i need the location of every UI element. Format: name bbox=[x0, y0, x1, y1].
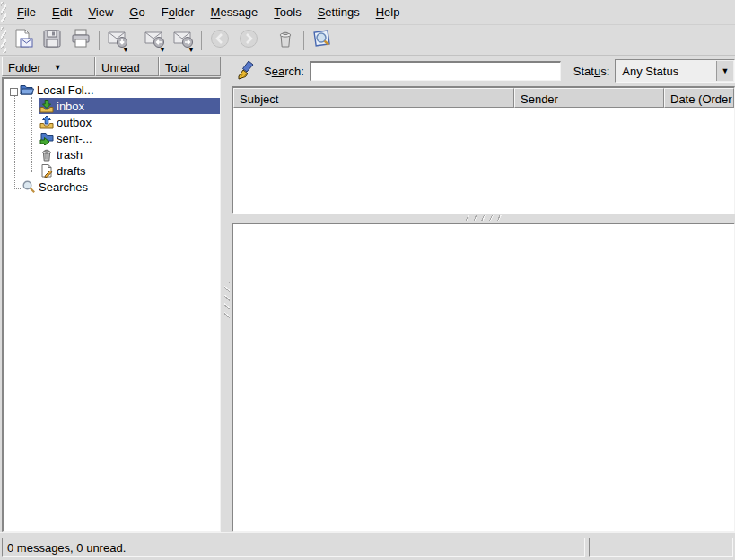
right-area: Search: Status: Any Status ▼ SubjectSend… bbox=[232, 56, 735, 532]
column-label: Sender bbox=[521, 92, 558, 106]
message-column-date[interactable]: Date (Order o bbox=[664, 88, 734, 108]
toolbar-separator bbox=[201, 31, 202, 50]
next-message-button bbox=[235, 27, 262, 54]
reply-button[interactable]: ▼ bbox=[141, 27, 168, 54]
folder-tree-item-inbox[interactable]: inbox bbox=[4, 98, 220, 114]
reply-dropdown-arrow-icon[interactable]: ▼ bbox=[159, 47, 166, 54]
inbox-icon bbox=[39, 99, 54, 113]
row-body[interactable]: drafts bbox=[39, 162, 220, 179]
trash-icon bbox=[275, 28, 296, 52]
toolbar: ▼▼▼ bbox=[0, 25, 735, 56]
statusbar-message: 0 messages, 0 unread. bbox=[2, 538, 585, 557]
status-combobox[interactable]: Any Status ▼ bbox=[615, 59, 735, 83]
folder-label: trash bbox=[57, 148, 83, 162]
save-button[interactable] bbox=[39, 27, 66, 54]
folder-label: Local Fol... bbox=[37, 83, 94, 97]
print-icon bbox=[70, 28, 92, 52]
find-messages-button[interactable] bbox=[309, 27, 336, 54]
menubar-grip[interactable] bbox=[1, 2, 6, 22]
forward-dropdown-arrow-icon[interactable]: ▼ bbox=[188, 47, 195, 54]
folder-tree-item-searches[interactable]: Searches bbox=[4, 179, 220, 195]
check-mail-button[interactable]: ▼ bbox=[104, 27, 131, 54]
vertical-splitter[interactable] bbox=[223, 56, 232, 532]
status-combobox-value: Any Status bbox=[622, 65, 678, 78]
folder-label: drafts bbox=[57, 164, 86, 178]
previous-message-button bbox=[206, 27, 233, 54]
search-input[interactable] bbox=[310, 61, 561, 81]
save-icon bbox=[41, 28, 63, 52]
folder-label: inbox bbox=[57, 100, 84, 113]
check-mail-dropdown-arrow-icon[interactable]: ▼ bbox=[122, 47, 129, 54]
folder-tree: Local Fol...inboxoutboxsent-...trashdraf… bbox=[2, 77, 221, 532]
toolbar-separator bbox=[99, 31, 100, 50]
menu-item-help[interactable]: Help bbox=[368, 0, 408, 24]
menu-item-message[interactable]: Message bbox=[203, 0, 267, 24]
search-label: Search: bbox=[264, 65, 304, 78]
menu-item-go[interactable]: Go bbox=[121, 0, 153, 24]
statusbar-message-text: 0 messages, 0 unread. bbox=[7, 541, 126, 555]
message-preview-pane[interactable] bbox=[232, 223, 735, 532]
folder-panel: Folder▼UnreadTotal Local Fol...inboxoutb… bbox=[0, 56, 223, 532]
folder-column-folder[interactable]: Folder▼ bbox=[2, 57, 95, 76]
message-column-subject[interactable]: Subject bbox=[233, 88, 514, 108]
toolbar-separator bbox=[303, 31, 304, 50]
new-message-button[interactable] bbox=[10, 27, 37, 54]
menubar: FileEditViewGoFolderMessageToolsSettings… bbox=[0, 0, 735, 25]
row-body[interactable]: outbox bbox=[39, 114, 220, 130]
toolbar-separator bbox=[267, 31, 267, 50]
find-messages-icon bbox=[311, 28, 333, 52]
folder-column-total[interactable]: Total bbox=[159, 57, 221, 76]
outbox-icon bbox=[39, 115, 54, 129]
next-message-icon bbox=[238, 28, 259, 52]
tree-rows: Local Fol...inboxoutboxsent-...trashdraf… bbox=[4, 79, 220, 195]
combobox-arrow-icon[interactable]: ▼ bbox=[716, 61, 733, 81]
sent-icon bbox=[39, 131, 54, 145]
folder-column-header: Folder▼UnreadTotal bbox=[0, 56, 223, 77]
drafts-icon bbox=[39, 163, 54, 178]
column-label: Folder bbox=[8, 61, 41, 74]
row-body[interactable]: trash bbox=[39, 146, 220, 162]
trash-folder-icon bbox=[39, 147, 54, 162]
message-list-body[interactable] bbox=[233, 108, 734, 214]
folder-tree-item-localfol[interactable]: Local Fol... bbox=[4, 82, 220, 98]
message-list: SubjectSenderDate (Order o bbox=[232, 86, 735, 214]
trash-button[interactable] bbox=[272, 27, 299, 54]
print-button[interactable] bbox=[67, 27, 94, 54]
menu-item-edit[interactable]: Edit bbox=[44, 0, 80, 24]
statusbar: 0 messages, 0 unread. bbox=[0, 532, 735, 560]
row-body[interactable]: sent-... bbox=[39, 130, 220, 146]
forward-button[interactable]: ▼ bbox=[170, 27, 197, 54]
menu-item-folder[interactable]: Folder bbox=[153, 0, 203, 24]
message-column-sender[interactable]: Sender bbox=[514, 88, 664, 108]
vertical-splitter-handle[interactable] bbox=[224, 282, 230, 318]
menu-item-settings[interactable]: Settings bbox=[310, 0, 368, 24]
menu-item-file[interactable]: File bbox=[9, 0, 44, 24]
sort-arrow-icon: ▼ bbox=[54, 63, 62, 72]
selected-row-body[interactable]: inbox bbox=[39, 98, 220, 114]
column-label: Subject bbox=[240, 92, 278, 106]
folder-tree-item-trash[interactable]: trash bbox=[4, 146, 220, 162]
previous-message-icon bbox=[209, 28, 231, 52]
column-label: Unread bbox=[101, 61, 140, 74]
menu-item-tools[interactable]: Tools bbox=[266, 0, 309, 24]
quick-search-bar: Search: Status: Any Status ▼ bbox=[232, 56, 735, 86]
row-body[interactable]: Searches bbox=[22, 179, 220, 195]
folder-open-icon bbox=[20, 83, 34, 97]
folder-label: sent-... bbox=[57, 132, 92, 145]
folder-label: Searches bbox=[39, 180, 88, 194]
new-message-icon bbox=[13, 28, 34, 52]
status-label: Status: bbox=[573, 65, 609, 78]
folder-column-unread[interactable]: Unread bbox=[95, 57, 159, 76]
horizontal-splitter[interactable] bbox=[232, 214, 735, 223]
horizontal-splitter-handle[interactable] bbox=[465, 215, 503, 221]
folder-tree-item-drafts[interactable]: drafts bbox=[4, 162, 220, 179]
folder-tree-item-outbox[interactable]: outbox bbox=[4, 114, 220, 130]
searches-icon bbox=[22, 179, 36, 194]
toolbar-grip[interactable] bbox=[1, 27, 6, 53]
column-label: Date (Order o bbox=[670, 92, 734, 106]
clear-search-button[interactable] bbox=[235, 58, 260, 83]
row-body[interactable]: Local Fol... bbox=[20, 82, 220, 98]
folder-tree-item-sent[interactable]: sent-... bbox=[4, 130, 220, 146]
menu-item-view[interactable]: View bbox=[80, 0, 121, 24]
statusbar-secondary-panel bbox=[589, 538, 733, 557]
